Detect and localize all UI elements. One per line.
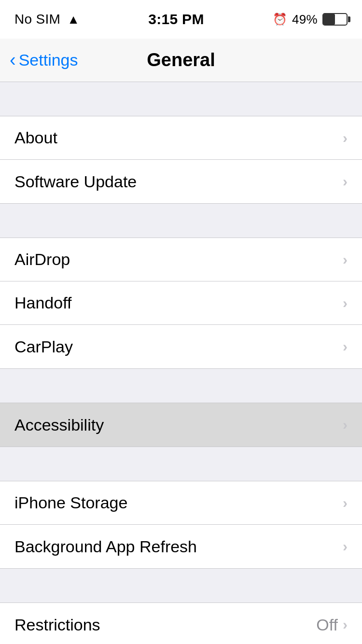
airdrop-label: AirDrop xyxy=(14,250,70,269)
carplay-label: CarPlay xyxy=(14,337,73,356)
background-app-refresh-chevron-icon: › xyxy=(343,538,348,555)
about-label: About xyxy=(14,128,57,147)
about-row[interactable]: About › xyxy=(0,116,362,160)
about-chevron-icon: › xyxy=(343,130,348,146)
accessibility-chevron-icon: › xyxy=(343,417,348,433)
battery-icon xyxy=(322,13,348,26)
back-button[interactable]: ‹ Settings xyxy=(10,51,78,70)
carplay-chevron-icon: › xyxy=(343,338,348,355)
spacer-1 xyxy=(0,204,362,238)
background-app-refresh-row[interactable]: Background App Refresh › xyxy=(0,525,362,568)
section-restrictions: Restrictions Off › xyxy=(0,602,362,644)
section-about: About › Software Update › xyxy=(0,116,362,204)
battery-fill xyxy=(323,14,335,25)
page-title: General xyxy=(147,50,215,70)
back-label: Settings xyxy=(19,51,78,70)
status-right: ⏰ 49% xyxy=(273,12,348,27)
status-left: No SIM ▲ xyxy=(14,12,80,27)
restrictions-label: Restrictions xyxy=(14,616,100,634)
airdrop-row[interactable]: AirDrop › xyxy=(0,238,362,281)
spacer-2 xyxy=(0,369,362,403)
iphone-storage-label: iPhone Storage xyxy=(14,493,127,512)
section-accessibility: Accessibility › xyxy=(0,403,362,447)
handoff-label: Handoff xyxy=(14,294,71,312)
software-update-row[interactable]: Software Update › xyxy=(0,160,362,203)
accessibility-label: Accessibility xyxy=(14,416,104,434)
status-time: 3:15 PM xyxy=(148,11,204,28)
carplay-row[interactable]: CarPlay › xyxy=(0,325,362,368)
section-connectivity: AirDrop › Handoff › CarPlay › xyxy=(0,238,362,369)
spacer-3 xyxy=(0,447,362,481)
alarm-icon: ⏰ xyxy=(273,13,287,26)
iphone-storage-chevron-icon: › xyxy=(343,495,348,511)
handoff-chevron-icon: › xyxy=(343,295,348,311)
iphone-storage-row[interactable]: iPhone Storage › xyxy=(0,481,362,525)
status-bar: No SIM ▲ 3:15 PM ⏰ 49% xyxy=(0,0,362,39)
accessibility-row[interactable]: Accessibility › xyxy=(0,403,362,447)
section-storage: iPhone Storage › Background App Refresh … xyxy=(0,481,362,569)
airdrop-chevron-icon: › xyxy=(343,252,348,268)
restrictions-row[interactable]: Restrictions Off › xyxy=(0,603,362,644)
spacer-4 xyxy=(0,569,362,602)
background-app-refresh-label: Background App Refresh xyxy=(14,537,197,556)
battery-container xyxy=(322,13,348,26)
nav-bar: ‹ Settings General xyxy=(0,39,362,82)
software-update-label: Software Update xyxy=(14,172,137,191)
handoff-row[interactable]: Handoff › xyxy=(0,281,362,325)
back-chevron-icon: ‹ xyxy=(10,51,16,69)
top-spacer xyxy=(0,82,362,116)
restrictions-value: Off xyxy=(316,616,338,634)
restrictions-chevron-icon: › xyxy=(343,616,348,633)
wifi-icon: ▲ xyxy=(67,12,80,27)
carrier-label: No SIM xyxy=(14,12,60,27)
software-update-chevron-icon: › xyxy=(343,173,348,190)
battery-percent: 49% xyxy=(292,12,318,27)
